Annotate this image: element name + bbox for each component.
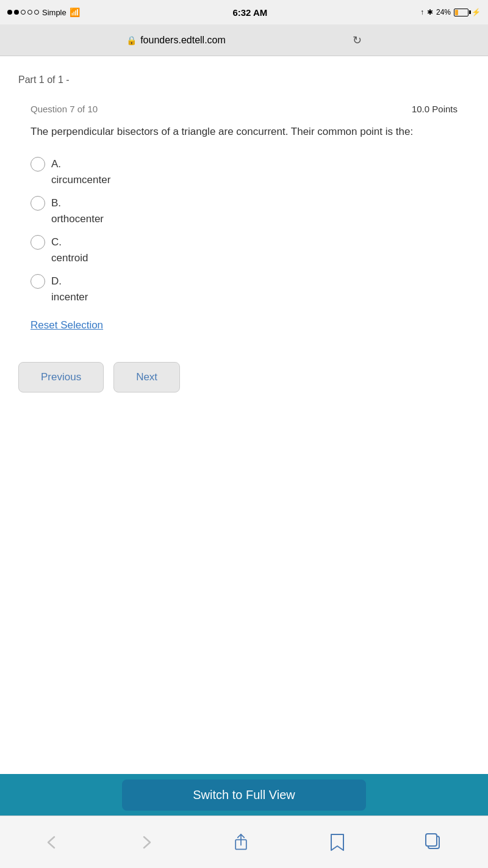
option-b-text: orthocenter	[51, 213, 458, 225]
status-right: ↑ ✱ 24% ⚡	[420, 8, 481, 16]
switch-view-bar: Switch to Full View	[0, 774, 488, 816]
option-c-letter: C.	[51, 236, 62, 248]
question-number: Question 7 of 10	[30, 104, 98, 114]
radio-b[interactable]	[30, 196, 45, 211]
radio-d[interactable]	[30, 274, 45, 289]
status-bar: Simple 📶 6:32 AM ↑ ✱ 24% ⚡	[0, 0, 488, 24]
question-text: The perpendicular bisectors of a triangl…	[30, 124, 458, 140]
main-content: Part 1 of 1 - Question 7 of 10 10.0 Poin…	[0, 56, 488, 331]
bookmark-button[interactable]	[323, 826, 351, 858]
tabs-icon	[425, 833, 442, 852]
signal-icon	[7, 10, 39, 15]
previous-button[interactable]: Previous	[18, 362, 104, 392]
battery-percent: 24%	[436, 8, 451, 16]
option-b-letter: B.	[51, 197, 61, 209]
refresh-button[interactable]: ↻	[353, 34, 362, 47]
svg-rect-2	[426, 834, 437, 846]
part-label: Part 1 of 1 -	[18, 74, 470, 85]
address-bar: 🔒 founders.edtell.com ↻	[0, 24, 488, 56]
option-d-letter: D.	[51, 275, 62, 288]
location-icon: ↑	[420, 8, 424, 16]
status-time: 6:32 AM	[232, 7, 267, 18]
switch-full-view-button[interactable]: Switch to Full View	[122, 779, 366, 811]
address-url[interactable]: 🔒 founders.edtell.com	[126, 35, 226, 46]
browser-toolbar	[0, 816, 488, 868]
option-a-letter: A.	[51, 158, 61, 170]
question-container: Question 7 of 10 10.0 Points The perpend…	[18, 104, 470, 331]
back-button[interactable]	[40, 827, 65, 858]
question-points: 10.0 Points	[412, 104, 458, 114]
url-text: founders.edtell.com	[140, 35, 226, 46]
lock-icon: 🔒	[126, 35, 137, 45]
option-c: C. centroid	[30, 235, 458, 264]
option-d: D. incenter	[30, 274, 458, 303]
forward-button[interactable]	[133, 827, 159, 858]
radio-a[interactable]	[30, 157, 45, 172]
option-d-text: incenter	[51, 291, 458, 303]
reset-selection-button[interactable]: Reset Selection	[30, 319, 103, 331]
bookmark-icon	[329, 833, 345, 852]
carrier-label: Simple	[42, 8, 66, 17]
share-icon	[232, 833, 249, 852]
forward-arrow-icon	[139, 833, 152, 852]
bluetooth-icon: ✱	[427, 8, 433, 16]
share-button[interactable]	[226, 827, 256, 858]
option-a: A. circumcenter	[30, 157, 458, 186]
tabs-button[interactable]	[419, 827, 448, 858]
question-header: Question 7 of 10 10.0 Points	[30, 104, 458, 114]
wifi-icon: 📶	[70, 7, 80, 17]
answer-options: A. circumcenter B. orthocenter C. centro…	[30, 157, 458, 313]
next-button[interactable]: Next	[113, 362, 180, 392]
option-b: B. orthocenter	[30, 196, 458, 225]
option-a-text: circumcenter	[51, 174, 458, 186]
option-c-text: centroid	[51, 252, 458, 264]
charging-icon: ⚡	[472, 8, 481, 16]
nav-buttons: Previous Next	[0, 331, 488, 411]
battery-icon	[454, 9, 468, 16]
back-arrow-icon	[46, 833, 59, 852]
status-left: Simple 📶	[7, 7, 80, 17]
radio-c[interactable]	[30, 235, 45, 250]
